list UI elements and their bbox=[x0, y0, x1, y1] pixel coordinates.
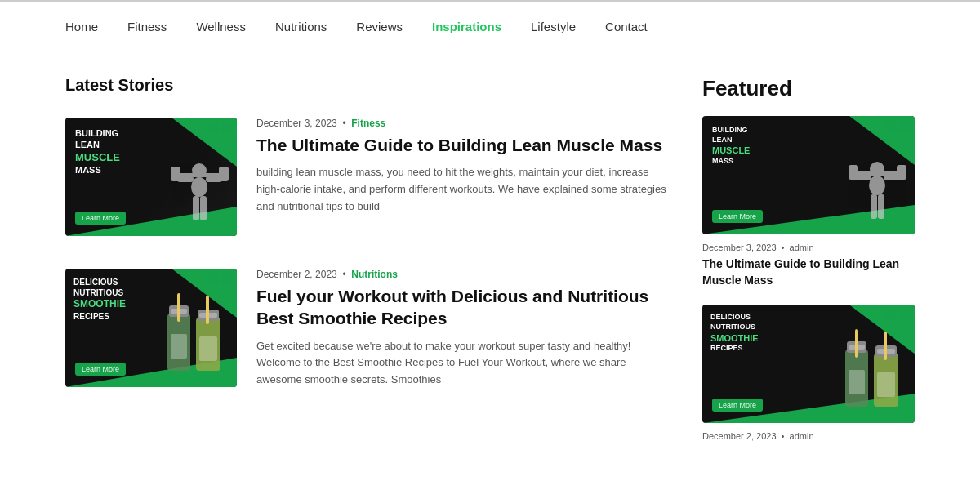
story-title-2[interactable]: Fuel your Workout with Delicious and Nut… bbox=[256, 285, 670, 330]
svg-rect-12 bbox=[177, 293, 180, 322]
learn-more-button[interactable]: Learn More bbox=[75, 212, 126, 225]
featured-date-2: December 2, 2023 bbox=[702, 431, 777, 441]
featured-author-2: admin bbox=[790, 431, 814, 441]
sidebar: Featured BUILDING LEAN MUSCLE MASS Learn… bbox=[702, 76, 915, 457]
svg-rect-24 bbox=[871, 194, 877, 219]
story-meta: December 3, 2023 • Fitness bbox=[256, 118, 670, 129]
featured-card-fitness: BUILDING LEAN MUSCLE MASS Learn More bbox=[702, 116, 915, 288]
story-thumbnail-fitness[interactable]: BUILDING LEAN MUSCLE MASS Learn More bbox=[65, 118, 237, 236]
story-thumbnail-smoothie[interactable]: DELICIOUS NUTRITIOUS SMOOTHIE RECIPES Le… bbox=[65, 269, 237, 387]
svg-point-23 bbox=[870, 162, 884, 176]
svg-rect-16 bbox=[206, 296, 209, 324]
featured-card-smoothie: DELICIOUS NUTRITIOUS SMOOTHIE RECIPES Le… bbox=[702, 305, 915, 441]
story-meta-2: December 2, 2023 • Nutritions bbox=[256, 269, 670, 280]
svg-rect-7 bbox=[177, 176, 194, 182]
featured-learn-more-1[interactable]: Learn More bbox=[712, 210, 763, 223]
svg-rect-6 bbox=[200, 196, 207, 220]
svg-rect-31 bbox=[855, 329, 858, 358]
nav-wellness[interactable]: Wellness bbox=[196, 20, 246, 33]
nav-fitness[interactable]: Fitness bbox=[127, 20, 167, 33]
featured-meta-1: December 3, 2023 • admin bbox=[702, 243, 915, 252]
story-card: DELICIOUS NUTRITIOUS SMOOTHIE RECIPES Le… bbox=[65, 269, 670, 389]
featured-card-title-1[interactable]: The Ultimate Guide to Building Lean Musc… bbox=[702, 256, 915, 288]
svg-rect-26 bbox=[855, 175, 871, 180]
featured-title: Featured bbox=[702, 76, 915, 101]
nav-home[interactable]: Home bbox=[65, 20, 98, 33]
nav-lifestyle[interactable]: Lifestyle bbox=[531, 20, 576, 33]
featured-date-1: December 3, 2023 bbox=[702, 243, 777, 252]
main-content: Latest Stories BUILDING LEAN MUSCLE MASS… bbox=[65, 76, 670, 457]
svg-rect-18 bbox=[199, 336, 217, 361]
story-card: BUILDING LEAN MUSCLE MASS Learn More bbox=[65, 118, 670, 236]
main-nav: Home Fitness Wellness Nutritions Reviews… bbox=[0, 2, 980, 51]
svg-rect-37 bbox=[877, 372, 895, 397]
svg-rect-17 bbox=[171, 334, 187, 359]
section-title: Latest Stories bbox=[65, 76, 670, 95]
featured-author-1: admin bbox=[790, 243, 814, 252]
story-title[interactable]: The Ultimate Guide to Building Lean Musc… bbox=[256, 134, 670, 156]
story-excerpt-2: Get excited because we're about to make … bbox=[256, 338, 670, 389]
nav-reviews[interactable]: Reviews bbox=[356, 20, 403, 33]
story-info-2: December 2, 2023 • Nutritions Fuel your … bbox=[256, 269, 670, 389]
svg-rect-8 bbox=[206, 176, 222, 182]
nav-nutritions[interactable]: Nutritions bbox=[275, 20, 327, 33]
learn-more-button-2[interactable]: Learn More bbox=[75, 363, 126, 376]
featured-thumbnail-smoothie[interactable]: DELICIOUS NUTRITIOUS SMOOTHIE RECIPES Le… bbox=[702, 305, 915, 423]
story-date-2: December 2, 2023 bbox=[256, 269, 337, 280]
story-category: Fitness bbox=[351, 118, 385, 129]
story-date: December 3, 2023 bbox=[256, 118, 337, 129]
svg-rect-36 bbox=[849, 370, 865, 394]
svg-rect-5 bbox=[193, 196, 199, 220]
nav-inspirations[interactable]: Inspirations bbox=[432, 20, 501, 33]
story-category-2: Nutritions bbox=[351, 269, 398, 280]
svg-point-22 bbox=[869, 176, 885, 195]
story-info: December 3, 2023 • Fitness The Ultimate … bbox=[256, 118, 670, 236]
svg-rect-25 bbox=[878, 194, 884, 219]
svg-rect-35 bbox=[884, 332, 887, 360]
svg-point-4 bbox=[192, 163, 207, 178]
featured-learn-more-2[interactable]: Learn More bbox=[712, 399, 763, 412]
story-excerpt: building lean muscle mass, you need to h… bbox=[256, 164, 670, 215]
featured-thumbnail-fitness[interactable]: BUILDING LEAN MUSCLE MASS Learn More bbox=[702, 116, 915, 234]
svg-point-3 bbox=[191, 177, 207, 197]
featured-meta-2: December 2, 2023 • admin bbox=[702, 431, 915, 441]
svg-rect-27 bbox=[884, 175, 900, 180]
nav-contact[interactable]: Contact bbox=[605, 20, 648, 33]
